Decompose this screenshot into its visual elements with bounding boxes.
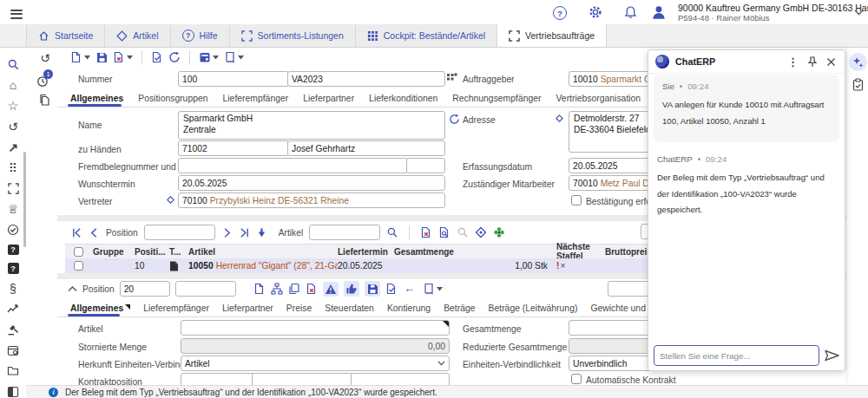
copy-position-button[interactable] xyxy=(288,283,300,295)
thumbs-up-toggle[interactable] xyxy=(344,281,359,297)
column-gruppe[interactable]: Gruppe xyxy=(91,247,135,257)
last-position-button[interactable] xyxy=(239,227,250,238)
fremdbelegdatum-input[interactable] xyxy=(406,158,445,173)
detail-tab-steuerdaten[interactable]: Steuerdaten xyxy=(325,303,374,313)
position-nav-input[interactable] xyxy=(144,225,215,240)
vertreter-input[interactable]: 70100Przybylski Heinz DE-56321 Rheine xyxy=(178,192,445,208)
column-liefertermin[interactable]: Liefertermin xyxy=(338,247,394,257)
paragraph-icon[interactable]: § xyxy=(6,282,20,295)
back-arrow-icon[interactable]: ← xyxy=(403,283,417,296)
close-icon[interactable] xyxy=(825,57,838,67)
options-icon[interactable] xyxy=(446,72,457,82)
crown-icon[interactable]: ♕ xyxy=(6,203,20,216)
herkunft-select[interactable]: Artikel xyxy=(181,356,450,371)
tab-vertriebsauftraege[interactable]: Vertriebsaufträge xyxy=(497,24,607,47)
bell-icon[interactable] xyxy=(624,5,637,19)
print-position-button[interactable] xyxy=(422,282,444,296)
order-tab-lieferempfaenger[interactable]: Lieferempfänger xyxy=(223,94,289,103)
collapse-icon[interactable] xyxy=(6,182,20,195)
kebab-menu-icon[interactable]: ⋮ xyxy=(786,55,799,69)
detail-tab-betraege[interactable]: Beträge xyxy=(444,303,475,313)
favorites-star-icon[interactable]: ☆ xyxy=(6,100,20,113)
zu-haenden-nummer-input[interactable]: 71002 xyxy=(178,140,289,156)
chat-question-input[interactable] xyxy=(654,345,819,366)
question-box-icon[interactable]: ? xyxy=(8,245,19,256)
delete-document-button[interactable] xyxy=(112,50,134,64)
detail-position-input2[interactable] xyxy=(175,281,236,297)
goto-position-button[interactable] xyxy=(256,227,267,238)
half-filled-square-icon[interactable] xyxy=(6,385,20,398)
verify-document-button[interactable] xyxy=(150,50,164,64)
first-position-button[interactable] xyxy=(71,227,82,238)
pin-icon[interactable] xyxy=(806,56,819,68)
search-icon[interactable] xyxy=(6,58,20,71)
order-tab-rechnungsempfaenger[interactable]: Rechnungsempfänger xyxy=(452,94,541,103)
diamond-icon[interactable] xyxy=(167,196,174,204)
select-all-checkbox[interactable] xyxy=(74,247,83,257)
artikel-search-input[interactable] xyxy=(309,225,380,240)
sidebar-scrollbar[interactable] xyxy=(23,152,26,247)
home-icon[interactable]: ⌂ xyxy=(6,79,20,92)
column-gesamtmenge[interactable]: Gesamtmenge xyxy=(394,247,553,257)
wunschtermin-input[interactable]: 20.05.2025 xyxy=(178,175,445,191)
detail-tab-allgemeines[interactable]: Allgemeines xyxy=(70,303,130,313)
tab-cockpit-bestaende-artikel[interactable]: Cockpit: Bestände/Artikel xyxy=(356,24,497,47)
history-icon[interactable]: ↺ xyxy=(6,121,20,134)
detail-artikel-input[interactable] xyxy=(181,320,450,336)
refresh-name-icon[interactable] xyxy=(449,114,460,125)
save-position-toggle[interactable] xyxy=(365,281,380,297)
help-icon[interactable]: ? xyxy=(553,6,567,20)
apps-grid-icon[interactable]: ⠿ xyxy=(6,161,20,174)
share-arrow-icon[interactable]: ↗ xyxy=(6,140,20,153)
order-tab-vertriebsorganisation[interactable]: Vertriebsorganisation xyxy=(556,94,641,103)
position-row[interactable]: 10 10050Herrenrad "Gigant" (28", 21-Gang… xyxy=(65,258,649,274)
column-position[interactable]: Positi... xyxy=(135,247,169,257)
column-typ[interactable]: T... xyxy=(169,247,188,257)
diamond-search-button[interactable] xyxy=(475,226,487,238)
documents-icon[interactable] xyxy=(38,94,51,108)
new-document-button[interactable] xyxy=(69,50,91,64)
automatische-kontrakt-checkbox[interactable] xyxy=(571,374,582,384)
calendar-gear-icon[interactable] xyxy=(6,344,20,357)
print-document-button[interactable] xyxy=(223,50,245,64)
detail-tab-lieferempfaenger[interactable]: Lieferempfänger xyxy=(143,303,209,313)
tab-artikel[interactable]: Artikel xyxy=(105,24,170,47)
refresh-button[interactable] xyxy=(168,50,181,64)
search-document-button[interactable] xyxy=(438,226,450,238)
order-tab-lieferkonditionen[interactable]: Lieferkonditionen xyxy=(369,94,437,103)
new-position-button[interactable] xyxy=(253,283,266,295)
gavel-icon[interactable] xyxy=(6,323,20,336)
row-checkbox[interactable] xyxy=(74,261,83,271)
column-bruttopreis[interactable]: Bruttopreis xyxy=(605,247,649,257)
order-tab-allgemeines[interactable]: Allgemeines xyxy=(70,94,123,103)
detail-tab-preise[interactable]: Preise xyxy=(286,303,312,313)
previous-position-button[interactable] xyxy=(89,227,100,238)
bestaetigung-checkbox[interactable] xyxy=(571,195,582,206)
zu-haenden-name-input[interactable]: Josef Gehrhartz xyxy=(287,140,445,156)
delete-position-button[interactable] xyxy=(306,283,318,295)
nummer-input[interactable]: 100 xyxy=(178,71,289,87)
send-icon[interactable] xyxy=(825,349,839,362)
order-tab-positionsgruppen[interactable]: Positionsgruppen xyxy=(138,94,207,103)
chevron-down-icon[interactable] xyxy=(854,10,864,16)
clipboard-check-icon[interactable] xyxy=(852,78,864,91)
tab-startseite[interactable]: Startseite xyxy=(26,24,105,47)
warning-toggle[interactable] xyxy=(323,282,339,297)
save-button[interactable] xyxy=(95,50,108,64)
detail-tab-kontierung[interactable]: Kontierung xyxy=(387,303,431,313)
structure-button[interactable] xyxy=(271,283,283,295)
diamond-icon[interactable] xyxy=(556,114,563,122)
column-artikel[interactable]: Artikel xyxy=(188,247,338,257)
delete-position-button[interactable] xyxy=(420,226,432,238)
tab-hilfe[interactable]: ? Hilfe xyxy=(171,24,230,47)
avatar[interactable] xyxy=(651,4,667,20)
gear-icon[interactable] xyxy=(589,5,602,19)
confirm-document-button[interactable] xyxy=(385,283,398,295)
order-tab-lieferpartner[interactable]: Lieferpartner xyxy=(303,94,354,103)
detail-tab-lieferpartner[interactable]: Lieferpartner xyxy=(222,303,273,313)
fremdbelegnummer-input[interactable] xyxy=(178,158,408,173)
tab-sortiments-listungen[interactable]: Sortiments-Listungen xyxy=(230,24,356,47)
folder-icon[interactable] xyxy=(6,364,20,377)
kennzeichen-input[interactable]: VA2023 xyxy=(287,71,445,87)
notifications-icon[interactable]: 1 xyxy=(36,72,52,88)
